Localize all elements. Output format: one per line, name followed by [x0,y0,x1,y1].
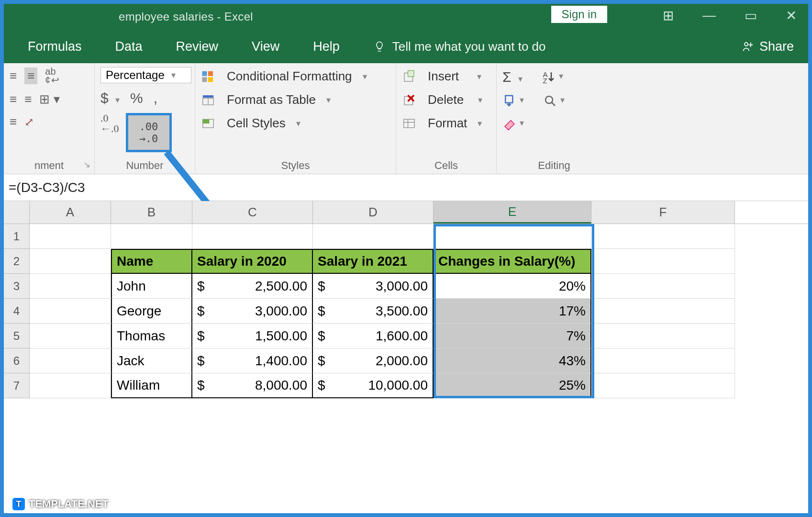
cell-salary-2020[interactable]: $2,500.00 [192,274,313,299]
col-header-A[interactable]: A [30,201,111,224]
row-header[interactable]: 3 [4,274,30,299]
tab-review[interactable]: Review [176,39,219,54]
row-header[interactable]: 5 [4,324,30,348]
tab-data[interactable]: Data [115,39,143,54]
cell-header-changes[interactable]: Changes in Salary(%) [434,249,591,274]
cell-salary-2020[interactable]: $1,500.00 [192,324,313,348]
accounting-format-button[interactable]: $ ▾ [100,90,120,106]
align-left-icon[interactable]: ≡ [10,68,17,83]
tab-view[interactable]: View [252,39,279,54]
col-header-C[interactable]: C [192,201,313,224]
cell[interactable] [591,299,735,324]
cell[interactable] [591,224,735,249]
decrease-decimal-button[interactable]: .00 →.0 [126,113,172,152]
delete-cells-button[interactable]: Delete▾ [402,92,490,107]
cell-salary-2020[interactable]: $3,000.00 [192,299,313,324]
align-right-icon[interactable]: ≡ [10,114,17,129]
cell[interactable] [111,224,192,249]
align-middle-icon[interactable]: ≡ [24,92,32,107]
orientation-icon[interactable]: ⤢ [24,115,34,129]
cell-change-pct[interactable]: 7% [434,324,591,348]
cell-header-s21[interactable]: Salary in 2021 [313,249,434,274]
cell-name[interactable]: William [111,373,192,398]
cell-styles-button[interactable]: Cell Styles▾ [201,116,390,131]
format-cells-button[interactable]: Format▾ [402,116,490,131]
ribbon-options-icon[interactable]: ⊞ [663,8,674,23]
col-header-B[interactable]: B [111,201,192,224]
share-icon [741,40,755,53]
cell[interactable] [30,373,111,398]
tab-formulas[interactable]: Formulas [28,39,82,54]
fill-button[interactable]: ▾ [502,94,524,108]
tab-help[interactable]: Help [313,39,340,54]
conditional-formatting-button[interactable]: Conditional Formatting▾ [201,69,390,84]
cell[interactable] [434,224,591,249]
cell-change-pct[interactable]: 20% [434,274,591,299]
svg-rect-5 [203,95,214,98]
cell-salary-2021[interactable]: $1,600.00 [313,324,434,348]
share-button[interactable]: Share [741,39,794,54]
minimize-icon[interactable]: — [702,8,716,23]
cell[interactable] [313,224,434,249]
col-header-E[interactable]: E [434,201,591,224]
clear-button[interactable]: ▾ [502,117,524,131]
cell-salary-2021[interactable]: $10,000.00 [313,373,434,398]
merge-icon[interactable]: ⊞ ▾ [39,92,59,107]
maximize-icon[interactable]: ▭ [745,8,757,23]
cell[interactable] [591,274,735,299]
select-all-button[interactable] [4,201,30,224]
cell-header-name[interactable]: Name [111,249,192,274]
formula-bar[interactable]: =(D3-C3)/C3 [4,174,808,201]
align-bottom-icon[interactable]: ≡ [10,92,17,107]
cell-change-pct[interactable]: 17% [434,299,591,324]
row-header[interactable]: 7 [4,373,30,398]
cell-header-s20[interactable]: Salary in 2020 [192,249,313,274]
cell-salary-2021[interactable]: $2,000.00 [313,348,434,373]
increase-decimal-button[interactable]: .0←.0 [100,113,119,134]
cell[interactable] [192,224,313,249]
cell-name[interactable]: George [111,299,192,324]
cell[interactable] [30,274,111,299]
svg-point-0 [745,43,748,46]
sign-in-button[interactable]: Sign in [551,6,607,23]
row-header[interactable]: 1 [4,224,30,249]
row-header[interactable]: 6 [4,348,30,373]
find-select-button[interactable]: ▾ [543,94,565,108]
close-icon[interactable]: ✕ [786,8,797,23]
col-header-F[interactable]: F [591,201,735,224]
cell[interactable] [591,348,735,373]
cell[interactable] [591,249,735,274]
cell-name[interactable]: Thomas [111,324,192,348]
cell[interactable] [30,348,111,373]
cell-change-pct[interactable]: 25% [434,373,591,398]
col-header-D[interactable]: D [313,201,434,224]
cell-salary-2020[interactable]: $8,000.00 [192,373,313,398]
cell[interactable] [591,373,735,398]
cell[interactable] [30,224,111,249]
cell-salary-2021[interactable]: $3,000.00 [313,274,434,299]
cell-name[interactable]: John [111,274,192,299]
number-format-dropdown[interactable]: Percentage ▾ [100,67,191,83]
cell-change-pct[interactable]: 43% [434,348,591,373]
window-buttons: ⊞ — ▭ ✕ [663,8,797,23]
alignment-launcher-icon[interactable]: ↘ [83,159,90,170]
row-header[interactable]: 4 [4,299,30,324]
editing-label: Editing [502,157,606,172]
sort-filter-button[interactable]: AZ▾ [542,70,563,84]
cell[interactable] [591,324,735,348]
comma-format-button[interactable]: , [154,90,157,106]
format-as-table-button[interactable]: Format as Table▾ [201,92,390,107]
file-title: employee salaries - Excel [119,10,253,23]
cell[interactable] [30,324,111,348]
percent-format-button[interactable]: % [130,90,143,106]
cell-salary-2020[interactable]: $1,400.00 [192,348,313,373]
cell-name[interactable]: Jack [111,348,192,373]
align-center-icon[interactable]: ≡ [24,67,37,84]
tell-me-search[interactable]: Tell me what you want to do [373,39,546,54]
row-header[interactable]: 2 [4,249,30,274]
cell-salary-2021[interactable]: $3,500.00 [313,299,434,324]
cell[interactable] [30,299,111,324]
cell[interactable] [30,249,111,274]
insert-cells-button[interactable]: Insert▾ [402,69,490,84]
autosum-button[interactable]: Σ ▾ [502,69,523,85]
